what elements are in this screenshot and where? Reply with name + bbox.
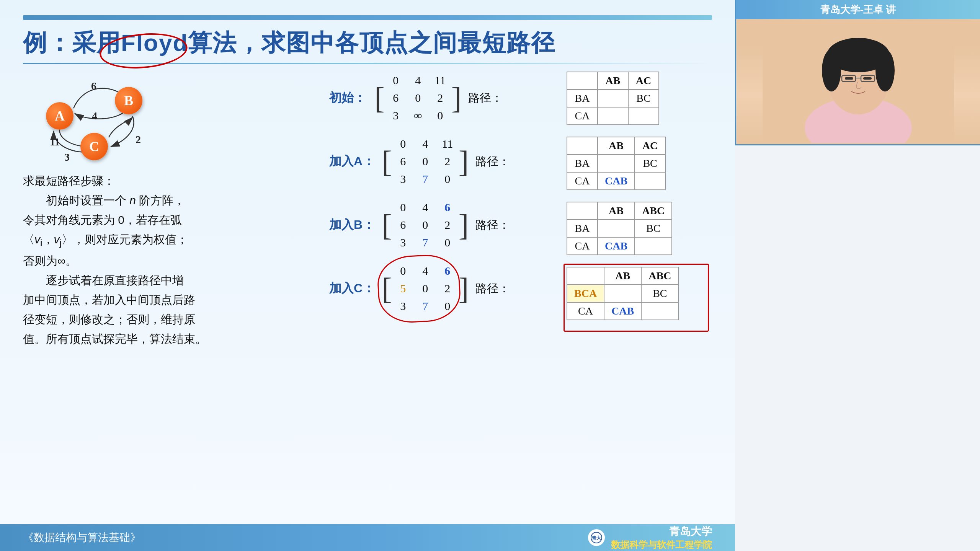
- header-bar: [23, 15, 712, 20]
- matrix-a-block: 加入A： [ 0 4 11 6 0 2 3 7 0 ]: [329, 135, 551, 188]
- mb-2-0: 3: [392, 234, 414, 251]
- th-b-empty: [567, 202, 598, 220]
- step-heading: 求最短路径步骤：: [23, 171, 314, 191]
- td-init-ba: BA: [567, 90, 598, 107]
- th-init-empty: [567, 72, 598, 90]
- graph-area: A B C 6 4 11 3 2: [23, 72, 184, 163]
- slide-area: 例：采用Floyd算法，求图中各顶点之间最短路径: [0, 0, 735, 551]
- footer-book-title: 《数据结构与算法基础》: [23, 530, 141, 545]
- left-side: A B C 6 4 11 3 2 求最短路径步骤： 初始时设置一个 n 阶方阵，…: [23, 72, 314, 349]
- path-label-b: 路径：: [475, 217, 510, 233]
- right-section: AB AC BA BC CA: [567, 72, 735, 349]
- matrix-b-label: 加入B：: [329, 217, 375, 233]
- table-after-c: AB ABC BCA BC CA CAB: [567, 267, 679, 320]
- graph-node-a: A: [46, 102, 74, 130]
- footer: 《数据结构与算法基础》 青大 青岛大学 数据科学与软件工程学院: [0, 524, 735, 551]
- table-row: CA CAB: [567, 302, 678, 320]
- table-row: BA BC: [567, 90, 659, 107]
- td-b-ba: BA: [567, 220, 598, 237]
- svg-rect-12: [863, 77, 872, 80]
- step-6: 加中间顶点，若加入中间顶点后路: [23, 290, 314, 310]
- footer-logo: 青大 青岛大学 数据科学与软件工程学院: [588, 524, 712, 551]
- table-initial-wrapper: AB AC BA BC CA: [567, 72, 735, 125]
- table-after-b: AB ABC BA BC CA CAB: [567, 202, 672, 255]
- th-b-ab: AB: [598, 202, 635, 220]
- webcam-header: 青岛大学-王卓 讲: [736, 0, 980, 19]
- matrix-a: [ 0 4 11 6 0 2 3 7 0 ]: [382, 135, 469, 188]
- edge-label-bc: 2: [136, 134, 141, 146]
- ma-0-2: 11: [436, 135, 459, 153]
- ma-0-1: 4: [414, 135, 436, 153]
- table-row: CA CAB: [567, 237, 672, 255]
- td-c-ca-ab: CAB: [604, 302, 641, 320]
- mb-0-2: 6: [436, 199, 459, 216]
- td-c-bca-abc: BC: [641, 285, 678, 302]
- mc-0-2: 6: [436, 262, 459, 280]
- th-b-abc: ABC: [635, 202, 672, 220]
- step-4: 否则为∞。: [23, 251, 314, 271]
- matrix-initial-block: 初始： [ 0 4 11 6 0 2 3 ∞ 0 ]: [329, 72, 551, 124]
- th-a-empty: [567, 137, 598, 155]
- footer-logo-circle: 青大: [588, 529, 605, 546]
- edge-label-ba: 4: [92, 110, 97, 122]
- ma-2-2: 0: [436, 170, 459, 188]
- matrix-a-label: 加入A：: [329, 153, 375, 170]
- ma-1-1: 0: [414, 153, 436, 170]
- m0-1-1: 0: [407, 89, 429, 107]
- m0-0-2: 11: [429, 72, 451, 89]
- path-label-c: 路径：: [475, 281, 510, 297]
- ma-2-1: 7: [414, 170, 436, 188]
- mb-1-1: 0: [414, 216, 436, 234]
- separator-line: [23, 63, 712, 64]
- td-a-ca: CA: [567, 172, 598, 190]
- ma-0-0: 0: [392, 135, 414, 153]
- table-row: CA CAB: [567, 172, 665, 190]
- td-b-ca-abc: [635, 237, 672, 255]
- matrix-initial-grid: 0 4 11 6 0 2 3 ∞ 0: [385, 72, 451, 124]
- m0-2-0: 3: [385, 107, 407, 124]
- table-row: CA: [567, 107, 659, 125]
- mc-2-0: 3: [392, 297, 414, 315]
- mc-2-2: 0: [436, 297, 459, 315]
- matrix-b-grid: 0 4 6 6 0 2 3 7 0: [392, 199, 459, 251]
- table-row: BA BC: [567, 155, 665, 172]
- mc-1-2: 2: [436, 280, 459, 297]
- graph-node-b: B: [115, 87, 142, 114]
- middle-section: 初始： [ 0 4 11 6 0 2 3 ∞ 0 ]: [329, 72, 551, 349]
- step-7: 径变短，则修改之；否则，维持原: [23, 310, 314, 329]
- m0-1-2: 2: [429, 89, 451, 107]
- td-b-ba-ab: [598, 220, 635, 237]
- td-b-ca: CA: [567, 237, 598, 255]
- table-row: BA BC: [567, 220, 672, 237]
- mb-0-1: 4: [414, 199, 436, 216]
- td-a-ba-ab: [598, 155, 635, 172]
- matrix-b: [ 0 4 6 6 0 2 3 7 0 ]: [382, 199, 469, 251]
- td-a-ba-ac: BC: [635, 155, 665, 172]
- mb-0-0: 0: [392, 199, 414, 216]
- step-2: 令其对角线元素为 0，若存在弧: [23, 210, 314, 230]
- td-init-ca-ac: [628, 107, 659, 125]
- person-figure: [763, 21, 954, 143]
- matrix-c-block: 加入C： [ 0 4 6 5 0 2 3 7 0: [329, 262, 551, 315]
- td-init-ba-ab: [598, 90, 628, 107]
- mb-1-0: 6: [392, 216, 414, 234]
- table-c-wrapper: AB ABC BCA BC CA CAB: [567, 267, 735, 320]
- m0-2-2: 0: [429, 107, 451, 124]
- svg-point-10: [875, 49, 895, 91]
- mc-2-1: 7: [414, 297, 436, 315]
- th-init-ac: AC: [628, 72, 659, 90]
- matrix-c-grid: 0 4 6 5 0 2 3 7 0: [392, 262, 459, 315]
- path-label-0: 路径：: [468, 90, 503, 106]
- ma-2-0: 3: [392, 170, 414, 188]
- td-c-bca-ab: [604, 285, 641, 302]
- footer-university-name: 青岛大学: [669, 524, 712, 539]
- edge-label-ab: 6: [91, 80, 96, 92]
- slide-title: 例：采用Floyd算法，求图中各顶点之间最短路径: [23, 27, 712, 59]
- step-5: 逐步试着在原直接路径中增: [23, 271, 314, 290]
- th-c-ab: AB: [604, 267, 641, 285]
- m0-0-1: 4: [407, 72, 429, 89]
- matrix-a-grid: 0 4 11 6 0 2 3 7 0: [392, 135, 459, 188]
- th-c-abc: ABC: [641, 267, 678, 285]
- table-initial: AB AC BA BC CA: [567, 72, 659, 125]
- footer-school-info: 青岛大学 数据科学与软件工程学院: [611, 524, 712, 551]
